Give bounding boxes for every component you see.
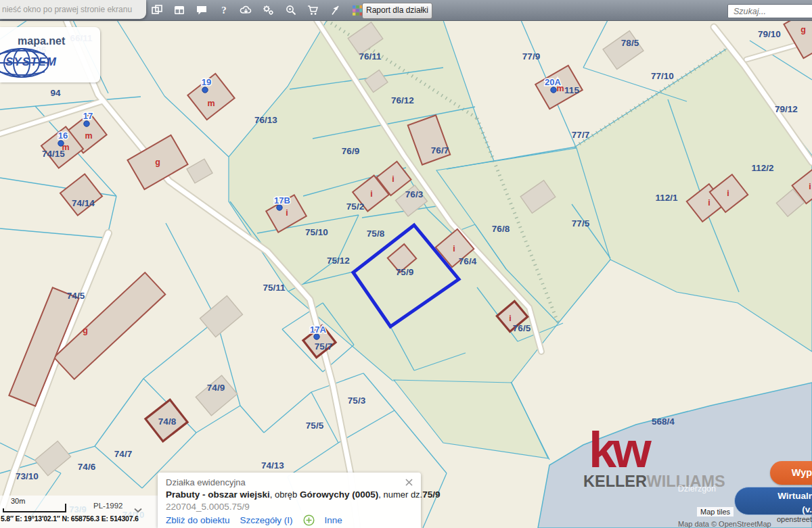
address-number-label: 16	[58, 130, 68, 141]
parcel-number-label: 76/13	[254, 115, 277, 125]
address-number-label: 17	[83, 111, 93, 121]
scale-label: 30m	[11, 497, 25, 505]
search-input[interactable]	[727, 4, 812, 18]
parcel-number-label: 74/7	[114, 449, 132, 459]
parcel-number-label: 75/12	[327, 256, 350, 266]
address-number-label: 19	[202, 77, 211, 87]
settings-gears-icon[interactable]	[262, 4, 275, 17]
crs-selector[interactable]: PL-1992	[93, 502, 122, 510]
mapa-net-watermark: mapa.net SYSTEM	[0, 27, 100, 82]
cart-icon[interactable]	[307, 4, 319, 17]
details-link[interactable]: Szczegóły (I)	[240, 515, 293, 525]
kw-office-label: Dzierzgoń	[678, 484, 716, 494]
parcel-number-label: 75/9	[396, 267, 413, 277]
building-function-letter: g	[800, 25, 806, 34]
panels-icon[interactable]	[173, 4, 185, 17]
building-function-letter: g	[155, 158, 160, 167]
download-cloud-icon[interactable]	[240, 4, 252, 17]
parcel-number-label: 77/10	[651, 71, 674, 81]
zoom-search-icon[interactable]	[284, 4, 297, 17]
parcel-number-label: 78/5	[621, 38, 639, 48]
close-icon[interactable]	[405, 479, 413, 486]
zoom-to-object-link[interactable]: Zbliż do obiektu	[166, 515, 230, 525]
parcel-number-label: 94	[50, 88, 61, 98]
parcel-number-label: 74/14	[72, 198, 95, 208]
building-function-letter: m	[207, 99, 215, 108]
osm-attribution-extra: openstreetm	[777, 515, 812, 523]
svg-text:?: ?	[221, 5, 227, 16]
parcel-number-label: 75/8	[367, 229, 385, 239]
parcel-number-label: 79/12	[775, 104, 798, 114]
building-function-letter: i	[809, 182, 811, 191]
info-panel-title: Działka ewidencyjna	[166, 477, 246, 487]
comment-icon[interactable]	[195, 4, 208, 17]
address-point-dot	[84, 121, 89, 126]
parcel-number-label: 76/11	[359, 51, 382, 62]
keller-williams-logo: kw KELLERWILLIAMS Dzierzgoń	[583, 430, 725, 498]
building-function-letter: i	[286, 208, 288, 218]
parcel-number-label: 77/7	[572, 130, 589, 140]
help-icon[interactable]: ?	[217, 4, 230, 17]
parcel-number-label: 76/7	[431, 145, 449, 155]
building-function-letter: i	[708, 198, 710, 208]
assistant-label-line1: Wirtualny Asystent	[735, 489, 812, 503]
parcel-number-label: 76/5	[513, 323, 531, 333]
geo-system-label: SYSTEM	[5, 55, 57, 69]
scale-coordinates-panel: 30m PL-1992 5.8″ E: 19°13′02.1″ N: 65875…	[0, 496, 164, 528]
virtual-assistant-button[interactable]: Wirtualny Asystent (v.0.3.6)	[734, 487, 812, 515]
building-function-letter: i	[453, 244, 455, 254]
report-parcel-button[interactable]: Raport dla działki	[362, 3, 432, 19]
plus-circle-icon[interactable]	[303, 514, 315, 526]
parcel-number-label: 76/12	[391, 95, 414, 105]
parcel-number-label: 75/7	[315, 341, 332, 352]
address-point-dot	[551, 87, 556, 93]
parcel-number-label: 115	[564, 85, 579, 95]
parcel-number-label: 77/5	[572, 218, 590, 229]
building-function-letter: i	[509, 314, 511, 323]
address-point-dot	[277, 205, 282, 210]
building-function-letter: i	[727, 189, 729, 198]
move-window-tooltip: nieść okno po prawej stronie ekranu	[0, 0, 146, 19]
parcel-number-label: 79/10	[758, 29, 781, 39]
other-link[interactable]: Inne	[325, 515, 342, 525]
parcel-number-label: 74/5	[67, 291, 85, 301]
parcel-number-label: 74/8	[158, 416, 177, 427]
duplicate-window-icon[interactable]	[150, 4, 163, 17]
parcel-description: Prabuty - obszar wiejski, obręb Górowych…	[166, 489, 413, 500]
parcel-number-label: 76/9	[342, 146, 359, 156]
address-point-dot	[314, 334, 319, 339]
osm-attribution[interactable]: Map data © OpenStreetMap	[678, 520, 771, 528]
parcel-number-label: 568/4	[652, 416, 675, 427]
parcel-number-label: 76/3	[405, 189, 424, 199]
parcel-number-label: 76/8	[492, 224, 510, 234]
address-number-label: 17A	[310, 325, 326, 335]
building-function-letter: g	[83, 326, 88, 335]
parcel-number-label: 75/11	[263, 283, 286, 293]
parcel-number-label: 75/10	[305, 227, 328, 237]
kw-monogram: kw	[589, 430, 725, 471]
parcel-number-label: 75/2	[346, 201, 364, 212]
building-function-letter: m	[85, 131, 92, 141]
map-tiles-attribution: Map tiles	[697, 507, 734, 517]
address-number-label: 17B	[274, 195, 290, 206]
map-portal-app: { "toolbar": { "report_button": "Raport …	[0, 0, 812, 528]
coordinates-readout: 5.8″ E: 19°13′02.1″ N: 658756.3 E: 51430…	[1, 514, 139, 523]
address-point-dot	[58, 141, 64, 146]
toolbar-icons: ?	[150, 0, 364, 20]
parcel-number-label: 73/10	[16, 471, 39, 481]
address-point-dot	[202, 87, 208, 93]
parcel-number-label: 75/3	[348, 395, 366, 406]
parcel-number-label: 112/2	[751, 163, 773, 173]
building-function-letter: i	[370, 189, 372, 199]
parcel-number-label: 74/15	[42, 149, 65, 159]
parcel-number-label: 75/5	[306, 421, 324, 431]
building-function-letter: i	[392, 174, 394, 184]
parcel-number-label: 74/13	[261, 460, 284, 471]
parcel-number-label: 77/9	[522, 51, 540, 62]
try-button[interactable]: Wypróbuj	[770, 461, 812, 485]
parcel-identifier: 220704_5.0005.75/9	[166, 502, 413, 512]
flag-icon[interactable]	[329, 4, 342, 17]
assistant-label-line2: (v.0.3.6)	[735, 503, 812, 517]
parcel-number-label: 74/6	[78, 462, 96, 472]
parcel-number-label: 74/9	[207, 383, 225, 393]
